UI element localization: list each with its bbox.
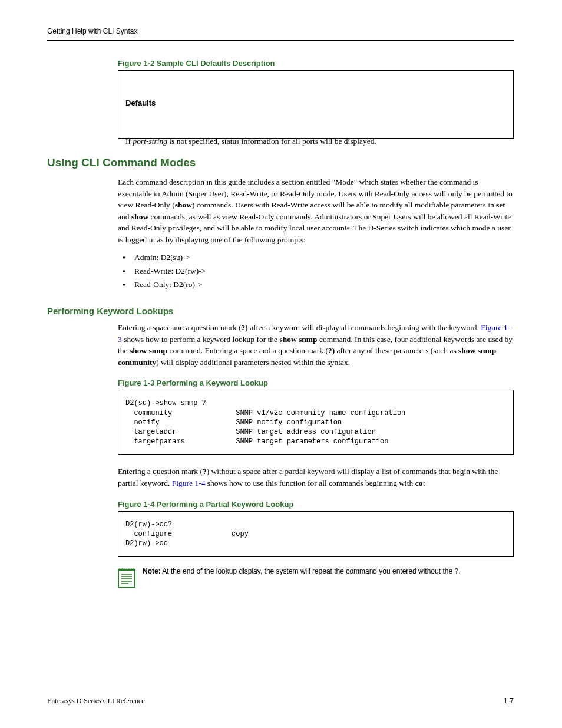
figure-1-2-caption: Figure 1-2 Sample CLI Defaults Descripti… [118,59,514,68]
footer-page-number: 1-7 [504,697,514,706]
note-icon [118,566,135,590]
figure-1-3-caption: Figure 1-3 Performing a Keyword Lookup [118,378,514,387]
fig13-line4: targetaddr SNMP target address configura… [125,428,376,436]
fig13-line5: targetparams SNMP target parameters conf… [125,437,388,446]
bullet-admin: Admin: D2(su)-> [118,251,514,265]
bullet-readwrite: Read-Write: D2(rw)-> [118,265,514,278]
bullet-readonly: Read-Only: D2(ro)-> [118,278,514,292]
figure-1-4-box: D2(rw)->co? configure copy D2)rw)->co [118,511,514,558]
page-footer: Enterasys D-Series CLI Reference 1-7 [47,697,514,706]
link-figure-1-4[interactable]: Figure 1-4 [172,479,206,487]
defaults-label: Defaults [125,98,506,108]
fig13-line2: community SNMP v1/v2c community name con… [125,409,405,417]
fig13-line3: notify SNMP notify configuration [125,419,342,427]
figure-1-2-text: If port-string is not specified, status … [125,136,506,147]
figure-1-2-box: Defaults If port-string is not specified… [118,70,514,139]
figure-1-4-caption: Figure 1-4 Performing a Partial Keyword … [118,500,514,509]
figure-1-3-box: D2(su)->show snmp ? community SNMP v1/v2… [118,390,514,455]
note-text: Note: At the end of the lookup display, … [143,566,514,577]
keyword-paragraph: Entering a space and a question mark (?)… [118,322,514,368]
page-content: Figure 1-2 Sample CLI Defaults Descripti… [118,59,514,590]
running-header: Getting Help with CLI Syntax [47,27,137,35]
header-rule [47,40,514,41]
fig14-line2: configure copy [125,530,249,538]
heading-keyword-lookups: Performing Keyword Lookups [47,306,514,316]
footer-title: Enterasys D-Series CLI Reference [47,697,145,706]
modes-bullet-list: Admin: D2(su)-> Read-Write: D2(rw)-> Rea… [118,251,514,292]
partial-keyword-paragraph: Entering a question mark (?) without a s… [118,466,514,489]
fig14-line3: D2)rw)->co [125,539,168,548]
note-block: Note: At the end of the lookup display, … [118,566,514,590]
modes-paragraph: Each command description in this guide i… [118,176,514,245]
fig13-line1: D2(su)->show snmp ? [125,399,206,407]
fig14-line1: D2(rw)->co? [125,521,172,529]
